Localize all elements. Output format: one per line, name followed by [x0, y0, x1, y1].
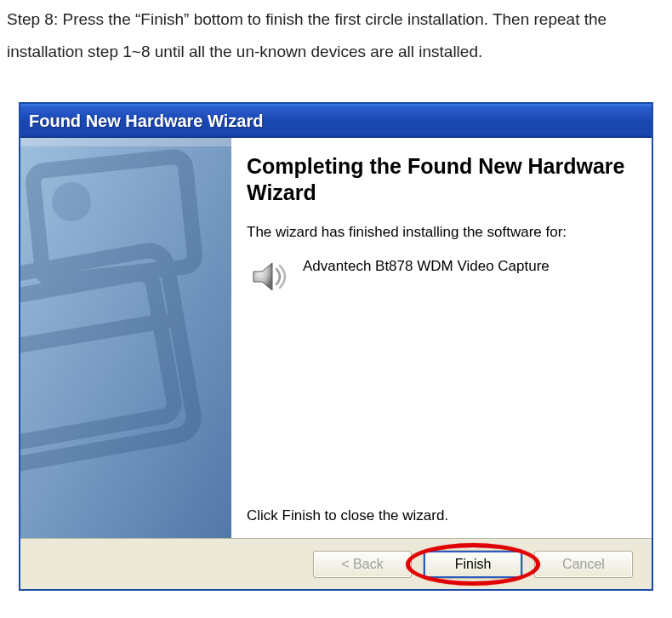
- dialog-content: Completing the Found New Hardware Wizard…: [20, 138, 652, 538]
- wizard-side-graphic: [20, 138, 231, 538]
- wizard-finished-text: The wizard has finished installing the s…: [247, 224, 628, 241]
- wizard-heading: Completing the Found New Hardware Wizard: [247, 153, 628, 207]
- device-name-label: Advantech Bt878 WDM Video Capture: [303, 256, 550, 275]
- button-bar: < Back Finish Cancel: [20, 538, 652, 589]
- window-title: Found New Hardware Wizard: [29, 112, 263, 131]
- device-row: Advantech Bt878 WDM Video Capture: [248, 256, 628, 297]
- svg-rect-6: [20, 138, 231, 146]
- finish-button[interactable]: Finish: [424, 551, 522, 578]
- back-button: < Back: [313, 551, 412, 578]
- svg-point-5: [60, 190, 83, 214]
- speaker-icon: [248, 256, 289, 297]
- wizard-watermark-icon: [20, 138, 231, 538]
- instruction-text: Step 8: Press the “Finish” bottom to fin…: [0, 0, 672, 68]
- wizard-dialog: Found New Hardware Wizard: [19, 102, 653, 591]
- wizard-main-panel: Completing the Found New Hardware Wizard…: [231, 138, 652, 538]
- close-instruction-text: Click Finish to close the wizard.: [247, 507, 628, 524]
- cancel-button: Cancel: [534, 551, 633, 578]
- title-bar[interactable]: Found New Hardware Wizard: [20, 104, 652, 138]
